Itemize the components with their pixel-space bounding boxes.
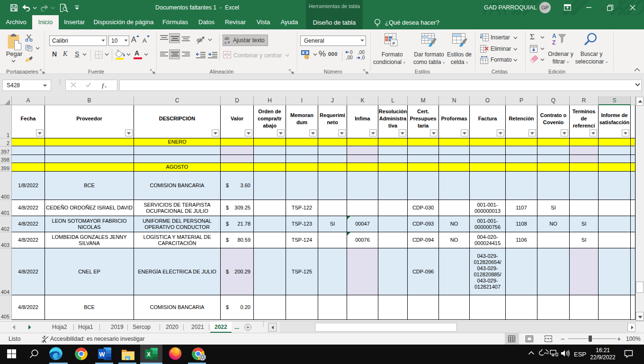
svg-text:0: 0 [350, 50, 353, 55]
svg-text:X: X [147, 351, 151, 358]
svg-text:≠: ≠ [392, 40, 395, 46]
svg-text:x: x [104, 84, 107, 89]
svg-text:,0: ,0 [361, 55, 365, 60]
svg-text:c: c [224, 40, 227, 45]
svg-text:,00: ,00 [346, 55, 353, 60]
svg-text:Z: Z [552, 39, 555, 46]
svg-text:W: W [99, 351, 105, 358]
svg-text:,00: ,00 [358, 50, 365, 55]
svg-text:A: A [552, 33, 556, 39]
